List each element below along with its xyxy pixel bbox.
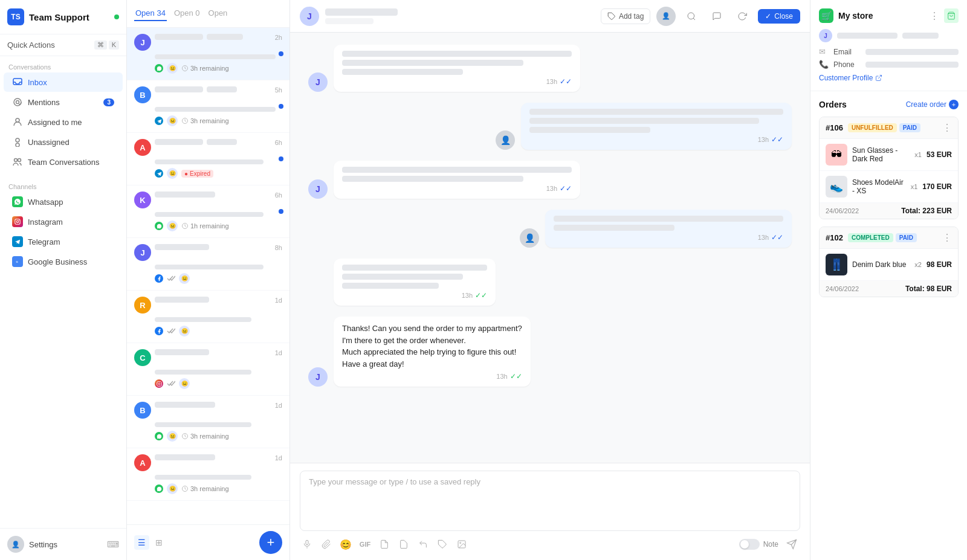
svg-point-26 [460, 542, 461, 544]
conversation-item-3[interactable]: A 6h 😐 ● Expired [127, 133, 289, 185]
label-icon[interactable] [435, 537, 450, 552]
sidebar-item-unassigned[interactable]: Unassigned [4, 132, 123, 152]
conv-time-1: 2h [275, 34, 282, 41]
conversation-item-8[interactable]: B 1d 😐 3h remaining [127, 396, 289, 448]
conv-name-line-9 [155, 454, 271, 460]
message-row-1: J 13h ✓✓ [308, 45, 792, 92]
tab-open[interactable]: Open [207, 6, 229, 21]
search-icon [687, 11, 696, 21]
messages-area: J 13h ✓✓ [290, 33, 810, 463]
conversation-item-7[interactable]: C 1d 😐 [127, 343, 289, 396]
check-marks-7 [167, 381, 175, 387]
sidebar-item-inbox[interactable]: Inbox [4, 72, 123, 92]
conv-avatar-7: C [134, 349, 151, 366]
channels-label: Channels [0, 179, 126, 191]
add-tag-label: Add tag [619, 12, 644, 21]
conversation-item-6[interactable]: R 1d 😐 [127, 291, 289, 343]
check-icon: ✓ [765, 12, 771, 21]
conv-time-7: 1d [275, 349, 282, 356]
customer-profile-link[interactable]: Customer Profile [819, 74, 959, 82]
doc-icon[interactable] [396, 537, 411, 552]
tab-open-34[interactable]: Open 34 [134, 6, 167, 21]
conv-channel-icon-5 [155, 274, 163, 283]
reply-icon[interactable] [416, 537, 430, 552]
create-order-dot: + [949, 100, 959, 109]
gif-icon[interactable]: GIF [358, 537, 372, 552]
message-input[interactable]: Type your message or type / to use a sav… [300, 471, 800, 531]
tab-open-0[interactable]: Open 0 [173, 6, 201, 21]
channel-telegram[interactable]: Telegram [4, 232, 123, 251]
conv-channel-icon-9 [155, 484, 163, 493]
attachment-icon[interactable] [319, 537, 334, 552]
quick-actions-bar[interactable]: Quick Actions ⌘ K [0, 34, 126, 56]
channels-section: Channels Whatsapp Instagram Telegram G G… [0, 176, 126, 275]
channel-google-business[interactable]: G Google Business [4, 252, 123, 271]
conversation-item-1[interactable]: J 2h 😐 3h remaining [127, 28, 289, 80]
conv-meta-8: 😐 3h remaining [155, 431, 282, 442]
chat-icon-btn[interactable] [707, 7, 726, 26]
message-row-2: 13h ✓✓ 👤 [308, 103, 792, 150]
conv-channel-icon-6 [155, 327, 163, 335]
conversation-item-2[interactable]: B 5h 😐 3h remaining [127, 80, 289, 133]
create-order-link[interactable]: Create order + [906, 100, 959, 109]
svg-point-6 [15, 159, 18, 162]
conversation-item-5[interactable]: J 8h 😐 [127, 238, 289, 291]
sidebar-item-assigned[interactable]: Assigned to me [4, 112, 123, 132]
chat-header-name [325, 8, 595, 24]
msg-placeholder-4 [554, 216, 783, 231]
conv-time-2: 5h [275, 86, 282, 94]
sunglasses-price: 53 EUR [927, 150, 952, 159]
conv-name-4 [155, 191, 215, 198]
channel-whatsapp[interactable]: Whatsapp [4, 192, 123, 211]
send-button[interactable] [783, 536, 800, 553]
sidebar-item-mentions[interactable]: Mentions 3 [4, 92, 123, 112]
mentions-label: Mentions [28, 98, 99, 107]
search-btn[interactable] [682, 7, 701, 26]
order-102-menu[interactable]: ⋮ [942, 232, 952, 243]
order-102-item-1: 👖 Denim Dark blue x2 98 EUR [820, 249, 958, 281]
conversation-item-4[interactable]: K 6h 😐 1h remaining [127, 185, 289, 238]
conv-name-line-4 [155, 191, 271, 198]
agent-avatar-6: 😐 [179, 326, 190, 336]
svg-point-10 [19, 220, 19, 220]
add-tag-button[interactable]: Add tag [601, 8, 650, 24]
quick-actions-label: Quick Actions [7, 40, 55, 50]
whatsapp-icon [12, 196, 23, 207]
close-button[interactable]: ✓ Close [758, 9, 800, 24]
conv-name-1 [155, 34, 203, 40]
team-icon [12, 156, 23, 167]
note-label: Note [763, 540, 778, 549]
conv-channel-icon-3 [155, 169, 163, 178]
agent-avatar-5: 😐 [179, 273, 190, 284]
check-marks-5 [167, 275, 175, 282]
conv-names-2 [155, 86, 271, 92]
conv-meta-7: 😐 [155, 378, 282, 389]
settings-item[interactable]: 👤 Settings ⌨ [0, 528, 126, 560]
refresh-btn[interactable] [733, 7, 752, 26]
new-conversation-btn[interactable]: + [259, 531, 282, 554]
conversation-item-9[interactable]: A 1d 😐 3h remaining [127, 448, 289, 501]
image-icon[interactable] [454, 537, 469, 552]
note-icon[interactable] [377, 537, 392, 552]
grid-view-btn[interactable]: ⊞ [152, 535, 166, 550]
email-icon: ✉ [819, 47, 829, 56]
sidebar-item-team-conversations[interactable]: Team Conversations [4, 152, 123, 172]
denim-price: 98 EUR [927, 260, 952, 269]
mic-icon[interactable] [300, 537, 314, 552]
conv-preview-4 [155, 211, 282, 218]
order-106-menu[interactable]: ⋮ [942, 122, 952, 134]
toggle-switch[interactable] [739, 539, 760, 550]
svg-point-5 [16, 143, 19, 147]
svg-point-17 [158, 383, 160, 385]
conv-avatar-1: J [134, 34, 151, 51]
msg-placeholder-1 [342, 51, 572, 75]
conv-preview-3 [155, 158, 282, 166]
store-menu-icon[interactable]: ⋮ [930, 10, 939, 22]
conversations-section-label: Conversations [0, 60, 126, 72]
channel-instagram[interactable]: Instagram [4, 212, 123, 231]
input-toolbar: 😊 GIF Note [300, 536, 800, 553]
list-view-btn[interactable]: ☰ [134, 535, 149, 550]
team-conversations-label: Team Conversations [28, 158, 114, 167]
emoji-icon[interactable]: 😊 [338, 537, 353, 552]
svg-point-9 [16, 220, 18, 222]
